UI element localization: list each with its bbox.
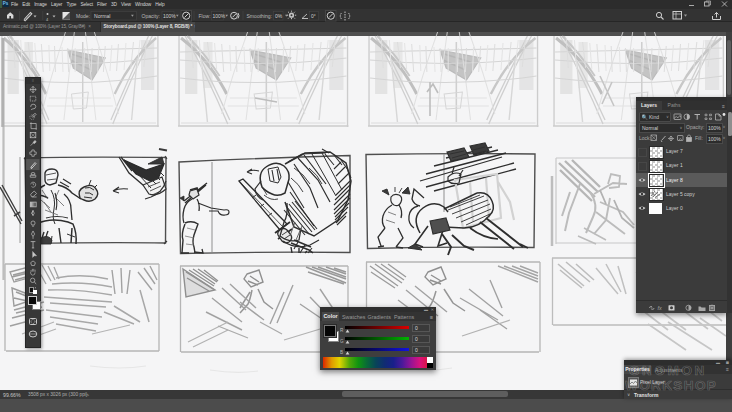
svg-text:fx: fx — [658, 305, 662, 311]
svg-text:Normal: Normal — [94, 12, 110, 18]
svg-text:G: G — [340, 338, 344, 343]
svg-text:100%: 100% — [213, 12, 226, 18]
svg-text:Flow:: Flow: — [199, 12, 211, 18]
svg-text:Mode:: Mode: — [76, 12, 90, 18]
svg-text:0°: 0° — [311, 12, 316, 18]
svg-text:0%: 0% — [275, 12, 283, 18]
svg-text:B: B — [340, 349, 343, 354]
svg-text:4: 4 — [46, 16, 49, 21]
svg-text:R: R — [340, 327, 344, 332]
svg-text:Smoothing:: Smoothing: — [247, 12, 273, 18]
svg-text:Opacity:: Opacity: — [142, 12, 161, 18]
svg-text:100%: 100% — [163, 12, 176, 18]
